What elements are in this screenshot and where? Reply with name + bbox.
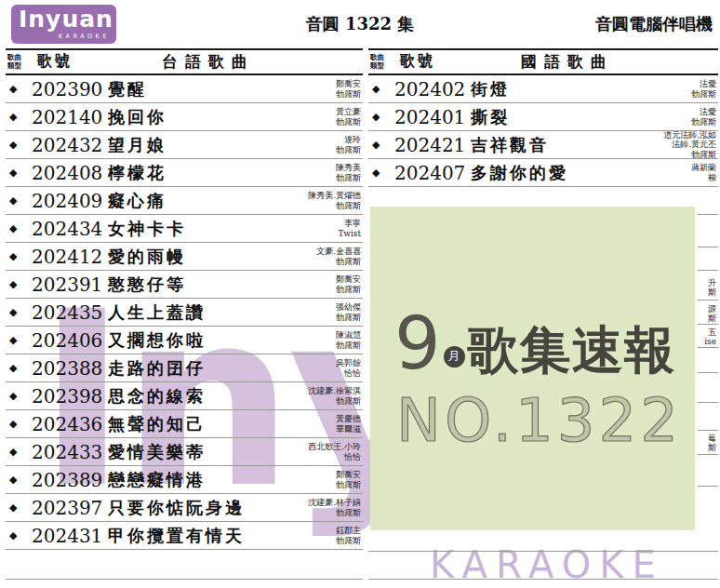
category-header: 台語歌曲	[73, 51, 363, 73]
song-number: 202389	[32, 469, 108, 491]
diamond-icon: ◆	[6, 194, 32, 207]
diamond-icon: ◆	[6, 250, 32, 262]
occluded-row-separator	[698, 372, 718, 373]
logo-subtitle: KARAOKE	[59, 33, 110, 40]
song-credits: 鄭喬安 勃露斯	[275, 79, 363, 98]
song-type-header-line2: 類型	[370, 62, 394, 71]
logo-brand-name: Inyuan	[19, 6, 113, 33]
column-header: 歌曲 類型 歌號 台語歌曲	[6, 48, 363, 75]
song-number-header: 歌號	[37, 52, 73, 72]
diamond-icon: ◆	[6, 446, 32, 458]
song-title: 走路的囝仔	[108, 357, 275, 380]
song-title: 多謝你的愛	[471, 162, 631, 184]
song-credits: 李寧 Twist	[275, 219, 363, 237]
song-title: 愛的雨幔	[108, 246, 275, 268]
diamond-icon: ◆	[368, 167, 394, 179]
left-column-bottom-rule	[6, 579, 363, 580]
occluded-row-separator	[698, 300, 718, 301]
occluded-credits-fragment: 五 ise	[698, 327, 716, 346]
month-circle-icon: 月	[444, 346, 465, 368]
song-credits: 黃慶德 華爾滋	[275, 414, 363, 433]
song-number: 202409	[32, 190, 108, 212]
song-row: ◆202436無聲的知己黃慶德 華爾滋	[6, 410, 363, 438]
occluded-row-separator	[698, 454, 718, 455]
occluded-row-separator	[698, 214, 718, 215]
song-title: 女神卡卡	[108, 218, 275, 240]
diamond-icon: ◆	[6, 139, 32, 151]
song-number: 202433	[32, 441, 108, 463]
song-title: 覺醒	[108, 78, 275, 100]
song-number: 202401	[394, 106, 471, 128]
song-number: 202406	[32, 329, 108, 352]
column-header: 歌曲 類型 歌號 國語歌曲	[368, 48, 718, 75]
song-rows-container: ◆202402街燈法愛 勃露斯◆202401撕裂法愛 勃露斯◆202421吉祥觀…	[368, 75, 718, 187]
song-row: ◆202140挽回你黃立豪 勃露斯	[6, 103, 363, 131]
song-number: 202391	[32, 274, 108, 296]
song-number: 202436	[32, 413, 108, 435]
song-credits: 陳秀美 勃露斯	[275, 163, 363, 181]
diamond-icon: ◆	[6, 390, 32, 402]
song-title: 又擱想你啦	[108, 329, 275, 352]
song-title: 無聲的知己	[108, 413, 275, 435]
song-row: ◆202398思念的線索沈建豪.徐紫淇 勃露斯	[6, 382, 363, 410]
promo-box: 9 月 歌集速報 NO.1322	[370, 207, 695, 530]
song-number: 202398	[32, 385, 108, 408]
taiwanese-song-column: 歌曲 類型 歌號 台語歌曲 ◆202390覺醒鄭喬安 勃露斯◆202140挽回你…	[6, 48, 363, 550]
song-credits: 鄭喬安 勃露斯	[275, 274, 363, 293]
song-row: ◆202389戀戀癡情港鄭喬安 勃露斯	[6, 466, 363, 494]
diamond-icon: ◆	[6, 167, 32, 179]
song-credits: 鈺郡主 勃露斯	[275, 526, 363, 544]
song-credits: 鄭喬安 勃露斯	[275, 470, 363, 488]
song-title: 街燈	[471, 78, 631, 100]
diamond-icon: ◆	[368, 83, 394, 95]
occluded-credits-fragment: 源 斯	[698, 304, 716, 323]
song-row: ◆202434女神卡卡李寧 Twist	[6, 215, 363, 243]
song-credits: 陳淑慧 勃露斯	[275, 330, 363, 349]
diamond-icon: ◆	[6, 474, 32, 486]
song-number: 202412	[32, 246, 108, 268]
occluded-credits-fragment: 莓 斯	[698, 434, 716, 452]
occluded-row-separator	[698, 430, 718, 431]
song-credits: 黃立豪 勃露斯	[275, 107, 363, 126]
song-credits: 文豪.金喜喜 勃露斯	[275, 247, 363, 265]
song-credits: 西北歌王.小玲 恰恰	[275, 442, 363, 461]
song-number: 202432	[32, 134, 108, 156]
song-credits: 達玲 勃露斯	[275, 135, 363, 154]
promo-month-number: 9	[394, 314, 441, 374]
diamond-icon: ◆	[6, 111, 32, 123]
occluded-row-separator	[698, 247, 718, 247]
song-number: 202402	[394, 78, 471, 100]
song-credits: 吳郭餘 恰恰	[275, 358, 363, 377]
song-type-header: 歌曲 類型	[6, 54, 32, 70]
song-row: ◆202402街燈法愛 勃露斯	[368, 75, 718, 103]
song-title: 吉祥觀音	[471, 134, 631, 156]
song-number: 202408	[32, 162, 108, 184]
song-title: 甲你攬置有情天	[108, 525, 275, 547]
song-title: 戀戀癡情港	[108, 469, 275, 491]
song-title: 癡心痛	[108, 190, 275, 212]
song-number: 202431	[32, 525, 108, 547]
song-number: 202390	[32, 78, 108, 100]
occluded-credits-fragment: 升 斯	[698, 278, 716, 297]
diamond-icon: ◆	[6, 501, 32, 514]
song-row: ◆202388走路的囝仔吳郭餘 恰恰	[6, 354, 363, 382]
promo-headline: 歌集速報	[468, 327, 676, 374]
diamond-icon: ◆	[6, 222, 32, 234]
song-row: ◆202412愛的雨幔文豪.金喜喜 勃露斯	[6, 243, 363, 271]
song-row: ◆202432望月娘達玲 勃露斯	[6, 131, 363, 159]
diamond-icon: ◆	[6, 334, 32, 346]
song-row: ◆202407多謝你的愛蔣新蘭 梭	[368, 159, 718, 187]
song-row: ◆202431甲你攬置有情天鈺郡主 勃露斯	[6, 522, 363, 550]
song-row: ◆202433愛情美樂蒂西北歌王.小玲 恰恰	[6, 438, 363, 466]
diamond-icon: ◆	[368, 111, 394, 123]
category-header: 國語歌曲	[435, 51, 718, 73]
song-number: 202435	[32, 301, 108, 324]
song-row: ◆202435人生上蓋讚張幼傑 勃露斯	[6, 299, 363, 327]
song-title: 憨憨仔等	[108, 274, 275, 296]
song-credits: 沈建豪.林子娟 勃露斯	[275, 498, 363, 516]
song-title: 愛情美樂蒂	[108, 441, 275, 463]
occluded-row-separator	[698, 486, 718, 487]
diamond-icon: ◆	[6, 278, 32, 290]
song-title: 只要你惦阮身邊	[108, 497, 275, 519]
occluded-row-separator	[698, 324, 718, 325]
